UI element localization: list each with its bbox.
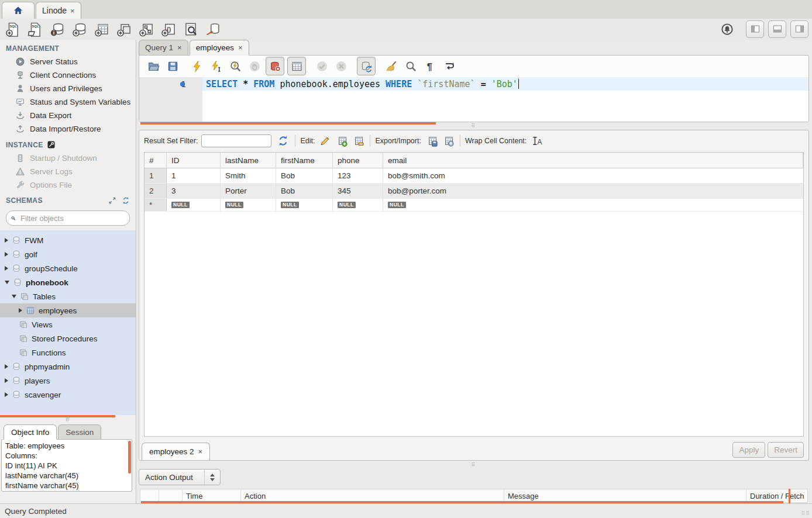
tree-item-tables[interactable]: Tables xyxy=(0,289,136,303)
sidebar-splitter[interactable]: ⠿ xyxy=(0,417,136,422)
output-column-time[interactable]: Time xyxy=(183,489,241,502)
function-plus-button[interactable]: {) xyxy=(160,22,176,37)
grid-cell[interactable]: bob@porter.com xyxy=(383,184,803,198)
output-column-duration-fetch[interactable]: Duration / Fetch xyxy=(746,489,807,502)
grid-cell[interactable]: 123 xyxy=(333,168,383,183)
sidebar-item-status-and-system-variables[interactable]: Status and System Variables xyxy=(0,95,136,109)
chevron-down-icon[interactable] xyxy=(12,295,16,298)
close-icon[interactable]: × xyxy=(70,6,75,15)
bolt-cursor-button[interactable] xyxy=(208,58,224,74)
new-sql-doc-button[interactable]: SQL xyxy=(5,22,20,37)
resize-grip[interactable]: ⠿⠿ xyxy=(801,510,810,516)
apply-button[interactable]: Apply xyxy=(732,442,765,458)
export-recordset-button[interactable] xyxy=(425,134,439,148)
panel-left-toggle-button[interactable] xyxy=(746,20,764,38)
connection-tab-linode[interactable]: Linode × xyxy=(36,2,81,19)
grid-cell[interactable]: NULL xyxy=(276,199,333,211)
grid-cell[interactable]: 3 xyxy=(167,184,221,198)
grid-cell[interactable]: NULL xyxy=(221,199,276,211)
results-output-splitter[interactable]: ⠿ xyxy=(136,462,812,468)
notifications-bell-icon[interactable] xyxy=(721,23,734,36)
output-column-blank-0[interactable] xyxy=(140,489,159,502)
column-header-lastname[interactable]: lastName xyxy=(221,153,276,168)
magnifier-button[interactable] xyxy=(402,58,419,74)
panel-right-toggle-button[interactable] xyxy=(790,20,808,38)
sidebar-item-server-status[interactable]: Server Status xyxy=(0,55,136,68)
tab-session[interactable]: Session xyxy=(58,424,101,440)
edit-record-button[interactable] xyxy=(318,134,332,148)
tree-item-players[interactable]: players xyxy=(0,374,136,388)
output-column-message[interactable]: Message xyxy=(504,489,746,502)
sidebar-item-data-import-restore[interactable]: Data Import/Restore xyxy=(0,122,136,136)
chevron-right-icon[interactable] xyxy=(5,238,8,243)
grid-cell[interactable]: Smith xyxy=(221,168,276,183)
import-records-button[interactable] xyxy=(441,134,455,148)
db-sync-button[interactable] xyxy=(357,57,376,75)
tree-item-functions[interactable]: Functions xyxy=(0,346,136,360)
chevron-right-icon[interactable] xyxy=(5,364,8,369)
tree-item-fwm[interactable]: FWM xyxy=(0,233,136,247)
sql-code-area[interactable]: 1 SELECT * FROM phonebook.employees WHER… xyxy=(139,77,808,122)
refresh-schemas-icon[interactable] xyxy=(122,196,130,205)
home-tab[interactable] xyxy=(2,2,35,19)
tree-item-employees[interactable]: employees xyxy=(0,303,136,317)
chevron-right-icon[interactable] xyxy=(5,392,8,397)
panel-bottom-toggle-button[interactable] xyxy=(768,20,786,38)
grid-cell[interactable]: NULL xyxy=(167,199,221,211)
grid-cell[interactable]: Bob xyxy=(276,184,333,198)
grid-cell[interactable]: 1 xyxy=(167,168,221,183)
close-icon[interactable]: × xyxy=(198,447,203,456)
chevron-down-icon[interactable] xyxy=(5,281,9,284)
tree-item-views[interactable]: Views xyxy=(0,317,136,331)
table-plus-button[interactable] xyxy=(94,22,109,37)
chevron-right-icon[interactable] xyxy=(5,252,8,257)
sql-statement[interactable]: SELECT * FROM phonebook.employees WHERE … xyxy=(206,77,519,91)
add-row-button[interactable] xyxy=(335,134,349,148)
db-reconnect-button[interactable] xyxy=(205,22,221,37)
sidebar-item-users-and-privileges[interactable]: Users and Privileges xyxy=(0,82,136,95)
new-row-placeholder[interactable]: *NULLNULLNULLNULLNULL xyxy=(144,199,803,212)
tree-item-golf[interactable]: golf xyxy=(0,247,136,261)
close-icon[interactable]: × xyxy=(238,43,243,52)
sidebar-item-client-connections[interactable]: Client Connections xyxy=(0,68,136,82)
grid-cell[interactable]: Porter xyxy=(221,184,276,198)
output-column-blank-1[interactable] xyxy=(159,489,183,502)
grid-cell[interactable]: bob@smith.com xyxy=(383,168,803,183)
sidebar-item-startup-shutdown[interactable]: Startup / Shutdown xyxy=(0,151,136,165)
tree-item-scavenger[interactable]: scavenger xyxy=(0,388,136,402)
table-row[interactable]: 11SmithBob123bob@smith.com xyxy=(144,168,803,184)
db-info-button[interactable]: i xyxy=(49,22,65,37)
column-header-phone[interactable]: phone xyxy=(333,153,383,168)
magnifier-bolt-button[interactable] xyxy=(227,58,243,74)
limit-grid-button[interactable] xyxy=(287,57,306,75)
result-set-tab[interactable]: employees 2 × xyxy=(142,443,210,460)
wrap-cell-button[interactable]: A xyxy=(530,134,544,148)
db-plus-button[interactable] xyxy=(71,22,87,37)
chevron-right-icon[interactable] xyxy=(19,308,22,313)
tree-item-phpmyadmin[interactable]: phpmyadmin xyxy=(0,360,136,374)
query-tab-query-1[interactable]: Query 1× xyxy=(139,40,188,56)
output-column-action[interactable]: Action xyxy=(241,489,504,502)
column-header-firstname[interactable]: firstName xyxy=(276,153,333,168)
object-info-scrollbar[interactable] xyxy=(128,441,131,474)
tab-object-info[interactable]: Object Info xyxy=(4,424,57,440)
tree-item-phonebook[interactable]: phonebook xyxy=(0,275,136,289)
output-selector[interactable]: Action Output xyxy=(139,469,221,485)
tree-item-groupschedule[interactable]: groupSchedule xyxy=(0,261,136,275)
delete-row-button[interactable] xyxy=(351,134,365,148)
search-table-button[interactable] xyxy=(183,22,198,37)
procedure-plus-button[interactable] xyxy=(138,22,154,37)
chevron-right-icon[interactable] xyxy=(5,378,8,383)
broom-button[interactable] xyxy=(383,58,400,74)
sidebar-item-options-file[interactable]: Options File xyxy=(0,178,136,192)
grid-cell[interactable]: Bob xyxy=(276,168,333,183)
result-filter-input[interactable] xyxy=(201,134,271,147)
open-sql-doc-button[interactable]: SQL xyxy=(27,22,43,37)
grid-cell[interactable]: NULL xyxy=(383,199,803,211)
column-header-email[interactable]: email xyxy=(383,153,803,168)
refresh-results-button[interactable] xyxy=(276,134,290,148)
view-plus-button[interactable] xyxy=(116,22,132,37)
wrap-arrow-button[interactable] xyxy=(441,58,457,74)
schema-filter-input[interactable] xyxy=(19,213,125,223)
stepper-icon[interactable] xyxy=(204,469,220,485)
